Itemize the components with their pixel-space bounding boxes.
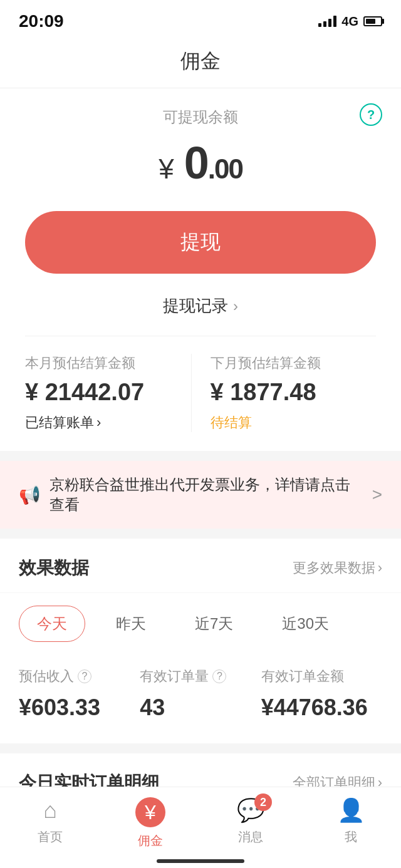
this-month-label: 本月预估结算金额 [25,354,191,373]
valid-order-amount-value: ¥44768.36 [261,695,382,721]
nav-profile[interactable]: 👤 我 [301,797,401,849]
valid-order-amount-label: 有效订单金额 [261,667,382,686]
valid-orders-value: 43 [140,695,261,721]
income-info-icon[interactable]: ? [78,669,91,683]
valid-orders-stat: 有效订单量 ? 43 [140,667,261,721]
estimated-income-value: ¥603.33 [19,695,140,721]
nav-home-label: 首页 [38,829,63,845]
network-label: 4G [341,14,358,29]
tab-7days[interactable]: 近7天 [177,606,251,642]
status-bar: 20:09 4G [0,0,401,38]
pending-settlement-link[interactable]: 待结算 [211,413,377,432]
help-icon[interactable]: ? [360,103,382,126]
effect-data-section: 效果数据 更多效果数据 › 今天 昨天 近7天 近30天 预估收入 ? ¥603… [0,539,401,743]
signal-icon [318,16,336,27]
balance-decimal: .00 [208,153,242,184]
balance-integer: 0 [184,138,208,188]
valid-order-amount-stat: 有效订单金额 ¥44768.36 [261,667,382,721]
nav-message-label: 消息 [238,829,263,845]
home-indicator [157,859,244,863]
page-header: 佣金 [0,38,401,88]
withdraw-record-link[interactable]: 提现记录 › [25,289,376,323]
notice-arrow: > [372,485,382,505]
tab-yesterday[interactable]: 昨天 [98,606,164,642]
battery-fill [366,19,375,24]
tab-today[interactable]: 今天 [19,606,85,642]
settled-arrow: › [96,415,101,431]
home-icon: ⌂ [43,797,57,824]
estimated-income-stat: 预估收入 ? ¥603.33 [19,667,140,721]
nav-home[interactable]: ⌂ 首页 [0,797,100,849]
nav-commission[interactable]: ¥ 佣金 [100,797,200,849]
more-effect-arrow: › [378,560,382,576]
commission-icon: ¥ [135,797,165,827]
withdraw-record-arrow: › [233,297,238,315]
notice-text: 京粉联合益世推出代开发票业务，详情请点击查看 [49,475,363,515]
this-month-value: ¥ 21442.07 [25,379,191,406]
this-month-stats: 本月预估结算金额 ¥ 21442.07 已结算账单 › [25,354,191,432]
metrics-grid: 预估收入 ? ¥603.33 有效订单量 ? 43 有效订单金额 ¥44768.… [0,654,401,743]
withdraw-button[interactable]: 提现 [25,211,376,274]
status-time: 20:09 [19,11,64,31]
estimated-income-label: 预估收入 ? [19,667,140,686]
stats-row: 本月预估结算金额 ¥ 21442.07 已结算账单 › 下月预估结算金额 ¥ 1… [25,336,376,432]
next-month-value: ¥ 1877.48 [211,379,377,406]
bottom-nav: ⌂ 首页 ¥ 佣金 💬 2 消息 👤 我 [0,787,401,868]
nav-commission-label: 佣金 [138,832,163,849]
settled-bills-link[interactable]: 已结算账单 › [25,413,191,432]
tab-30days[interactable]: 近30天 [264,606,347,642]
page-title: 佣金 [0,48,401,75]
date-tabs: 今天 昨天 近7天 近30天 [0,593,401,654]
balance-card: ? 可提现余额 ¥ 0.00 提现 提现记录 › 本月预估结算金额 ¥ 2144… [0,88,401,451]
valid-orders-label: 有效订单量 ? [140,667,261,686]
nav-message[interactable]: 💬 2 消息 [200,797,301,849]
more-effect-data-link[interactable]: 更多效果数据 › [293,559,382,577]
status-icons: 4G [318,14,382,29]
nav-profile-label: 我 [345,829,357,845]
notice-speaker-icon: 📢 [19,485,41,505]
next-month-stats: 下月预估结算金额 ¥ 1877.48 待结算 [191,354,377,432]
balance-amount: ¥ 0.00 [25,137,376,189]
effect-data-title: 效果数据 [19,556,89,580]
next-month-label: 下月预估结算金额 [211,354,377,373]
message-badge: 2 [254,793,272,811]
notice-banner[interactable]: 📢 京粉联合益世推出代开发票业务，详情请点击查看 > [0,461,401,529]
battery-icon [363,16,382,26]
effect-data-header: 效果数据 更多效果数据 › [0,539,401,593]
balance-label: 可提现余额 [25,107,376,127]
orders-info-icon[interactable]: ? [212,669,226,683]
currency-symbol: ¥ [159,153,172,184]
profile-icon: 👤 [337,797,365,824]
